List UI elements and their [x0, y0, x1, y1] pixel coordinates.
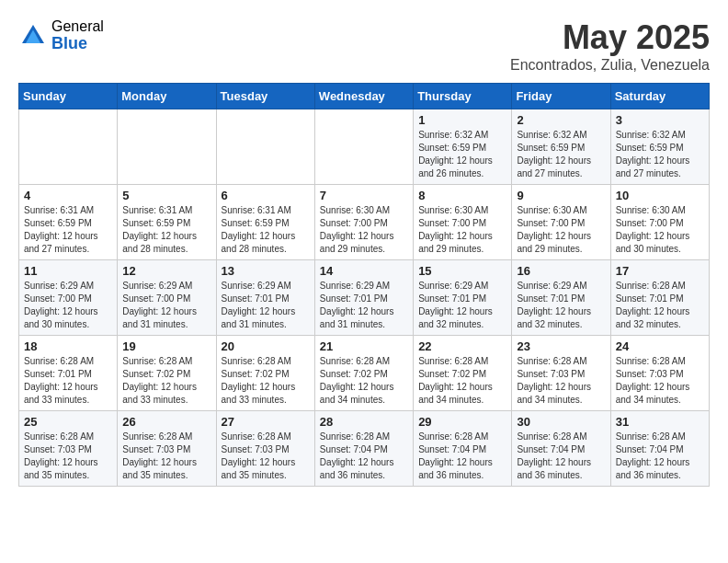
day-number: 22: [418, 339, 506, 353]
header-thursday: Thursday: [414, 84, 512, 109]
day-info: Sunrise: 6:29 AM Sunset: 7:01 PM Dayligh…: [418, 280, 506, 331]
day-info: Sunrise: 6:30 AM Sunset: 7:00 PM Dayligh…: [616, 204, 704, 256]
day-info: Sunrise: 6:29 AM Sunset: 7:00 PM Dayligh…: [24, 280, 112, 331]
day-info: Sunrise: 6:28 AM Sunset: 7:02 PM Dayligh…: [320, 355, 408, 407]
calendar-cell: 21Sunrise: 6:28 AM Sunset: 7:02 PM Dayli…: [314, 336, 413, 411]
calendar-cell: 6Sunrise: 6:31 AM Sunset: 6:59 PM Daylig…: [216, 185, 314, 260]
day-number: 28: [320, 415, 408, 429]
calendar-cell: 22Sunrise: 6:28 AM Sunset: 7:02 PM Dayli…: [414, 336, 512, 411]
day-info: Sunrise: 6:29 AM Sunset: 7:01 PM Dayligh…: [517, 280, 605, 331]
header-sunday: Sunday: [19, 84, 118, 109]
day-info: Sunrise: 6:28 AM Sunset: 7:04 PM Dayligh…: [616, 431, 704, 482]
calendar-cell: 3Sunrise: 6:32 AM Sunset: 6:59 PM Daylig…: [610, 109, 709, 185]
day-info: Sunrise: 6:28 AM Sunset: 7:02 PM Dayligh…: [222, 355, 310, 407]
calendar-cell: 1Sunrise: 6:32 AM Sunset: 6:59 PM Daylig…: [414, 109, 512, 185]
day-number: 30: [517, 415, 605, 429]
calendar-table: SundayMondayTuesdayWednesdayThursdayFrid…: [18, 83, 710, 487]
calendar-cell: 29Sunrise: 6:28 AM Sunset: 7:04 PM Dayli…: [414, 411, 512, 487]
day-info: Sunrise: 6:28 AM Sunset: 7:03 PM Dayligh…: [517, 355, 605, 407]
calendar-cell: 18Sunrise: 6:28 AM Sunset: 7:01 PM Dayli…: [19, 336, 118, 411]
day-info: Sunrise: 6:31 AM Sunset: 6:59 PM Dayligh…: [222, 204, 310, 256]
month-year: May 2025: [510, 18, 710, 57]
day-number: 2: [517, 113, 605, 127]
day-info: Sunrise: 6:31 AM Sunset: 6:59 PM Dayligh…: [24, 204, 112, 256]
day-info: Sunrise: 6:32 AM Sunset: 6:59 PM Dayligh…: [517, 129, 605, 180]
calendar-cell: 28Sunrise: 6:28 AM Sunset: 7:04 PM Dayli…: [314, 411, 413, 487]
day-info: Sunrise: 6:29 AM Sunset: 7:01 PM Dayligh…: [320, 280, 408, 331]
day-number: 12: [122, 264, 210, 278]
day-number: 17: [616, 264, 704, 278]
day-info: Sunrise: 6:28 AM Sunset: 7:02 PM Dayligh…: [418, 355, 506, 407]
day-info: Sunrise: 6:32 AM Sunset: 6:59 PM Dayligh…: [616, 129, 704, 180]
day-number: 1: [418, 113, 506, 127]
day-number: 4: [24, 189, 112, 202]
calendar-cell: 13Sunrise: 6:29 AM Sunset: 7:01 PM Dayli…: [216, 260, 314, 336]
day-info: Sunrise: 6:28 AM Sunset: 7:01 PM Dayligh…: [24, 355, 112, 407]
day-number: 31: [616, 415, 704, 429]
calendar-cell: 20Sunrise: 6:28 AM Sunset: 7:02 PM Dayli…: [216, 336, 314, 411]
calendar-cell: 14Sunrise: 6:29 AM Sunset: 7:01 PM Dayli…: [314, 260, 413, 336]
header-tuesday: Tuesday: [216, 84, 314, 109]
day-number: 8: [418, 189, 506, 202]
calendar-cell: 27Sunrise: 6:28 AM Sunset: 7:03 PM Dayli…: [216, 411, 314, 487]
day-info: Sunrise: 6:28 AM Sunset: 7:04 PM Dayligh…: [517, 431, 605, 482]
logo: General Blue: [18, 18, 104, 52]
calendar-cell: 16Sunrise: 6:29 AM Sunset: 7:01 PM Dayli…: [512, 260, 610, 336]
calendar-cell: 7Sunrise: 6:30 AM Sunset: 7:00 PM Daylig…: [314, 185, 413, 260]
calendar-header-row: SundayMondayTuesdayWednesdayThursdayFrid…: [19, 84, 710, 109]
logo-general: General: [51, 18, 104, 35]
week-row-1: 1Sunrise: 6:32 AM Sunset: 6:59 PM Daylig…: [19, 109, 710, 185]
day-number: 19: [122, 339, 210, 353]
day-number: 5: [122, 189, 210, 202]
day-info: Sunrise: 6:28 AM Sunset: 7:03 PM Dayligh…: [222, 431, 310, 482]
day-info: Sunrise: 6:28 AM Sunset: 7:03 PM Dayligh…: [24, 431, 112, 482]
location: Encontrados, Zulia, Venezuela: [510, 57, 710, 74]
day-number: 11: [24, 264, 112, 278]
calendar-cell: 30Sunrise: 6:28 AM Sunset: 7:04 PM Dayli…: [512, 411, 610, 487]
day-info: Sunrise: 6:29 AM Sunset: 7:00 PM Dayligh…: [122, 280, 210, 331]
week-row-2: 4Sunrise: 6:31 AM Sunset: 6:59 PM Daylig…: [19, 185, 710, 260]
day-info: Sunrise: 6:28 AM Sunset: 7:02 PM Dayligh…: [122, 355, 210, 407]
calendar-cell: 26Sunrise: 6:28 AM Sunset: 7:03 PM Dayli…: [118, 411, 216, 487]
logo-blue: Blue: [51, 35, 104, 53]
day-info: Sunrise: 6:30 AM Sunset: 7:00 PM Dayligh…: [418, 204, 506, 256]
calendar-cell: 15Sunrise: 6:29 AM Sunset: 7:01 PM Dayli…: [414, 260, 512, 336]
day-info: Sunrise: 6:31 AM Sunset: 6:59 PM Dayligh…: [122, 204, 210, 256]
logo-text: General Blue: [51, 18, 104, 52]
day-info: Sunrise: 6:28 AM Sunset: 7:03 PM Dayligh…: [616, 355, 704, 407]
calendar-cell: [314, 109, 413, 185]
week-row-5: 25Sunrise: 6:28 AM Sunset: 7:03 PM Dayli…: [19, 411, 710, 487]
calendar-cell: [216, 109, 314, 185]
header-friday: Friday: [512, 84, 610, 109]
day-number: 20: [222, 339, 310, 353]
day-number: 29: [418, 415, 506, 429]
day-number: 9: [517, 189, 605, 202]
calendar-cell: 9Sunrise: 6:30 AM Sunset: 7:00 PM Daylig…: [512, 185, 610, 260]
day-number: 16: [517, 264, 605, 278]
calendar-cell: [118, 109, 216, 185]
header-saturday: Saturday: [610, 84, 709, 109]
day-number: 6: [222, 189, 310, 202]
calendar-cell: 23Sunrise: 6:28 AM Sunset: 7:03 PM Dayli…: [512, 336, 610, 411]
day-number: 24: [616, 339, 704, 353]
calendar-cell: 12Sunrise: 6:29 AM Sunset: 7:00 PM Dayli…: [118, 260, 216, 336]
day-info: Sunrise: 6:28 AM Sunset: 7:03 PM Dayligh…: [122, 431, 210, 482]
calendar-cell: 5Sunrise: 6:31 AM Sunset: 6:59 PM Daylig…: [118, 185, 216, 260]
calendar-cell: [19, 109, 118, 185]
calendar-cell: 17Sunrise: 6:28 AM Sunset: 7:01 PM Dayli…: [610, 260, 709, 336]
day-number: 13: [222, 264, 310, 278]
calendar-cell: 10Sunrise: 6:30 AM Sunset: 7:00 PM Dayli…: [610, 185, 709, 260]
day-number: 7: [320, 189, 408, 202]
header-monday: Monday: [118, 84, 216, 109]
calendar-cell: 8Sunrise: 6:30 AM Sunset: 7:00 PM Daylig…: [414, 185, 512, 260]
day-number: 21: [320, 339, 408, 353]
calendar-cell: 31Sunrise: 6:28 AM Sunset: 7:04 PM Dayli…: [610, 411, 709, 487]
day-number: 14: [320, 264, 408, 278]
day-info: Sunrise: 6:29 AM Sunset: 7:01 PM Dayligh…: [222, 280, 310, 331]
day-number: 15: [418, 264, 506, 278]
title-block: May 2025 Encontrados, Zulia, Venezuela: [510, 18, 710, 74]
calendar-cell: 4Sunrise: 6:31 AM Sunset: 6:59 PM Daylig…: [19, 185, 118, 260]
calendar-cell: 25Sunrise: 6:28 AM Sunset: 7:03 PM Dayli…: [19, 411, 118, 487]
day-info: Sunrise: 6:28 AM Sunset: 7:04 PM Dayligh…: [418, 431, 506, 482]
day-number: 26: [122, 415, 210, 429]
